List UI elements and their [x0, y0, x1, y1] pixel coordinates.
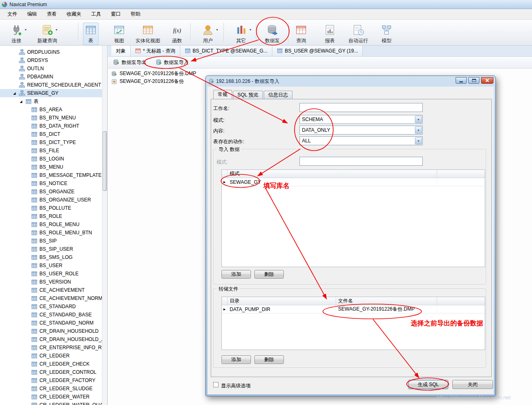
- table-node[interactable]: CR_DRAIN_HOUSEHOLD: [0, 327, 107, 335]
- table-node[interactable]: BS_ROLE_MENU_BTN: [0, 229, 107, 237]
- table-node[interactable]: CR_ENTERPRISE_INFO_RE: [0, 343, 107, 352]
- tab-untitled-query[interactable]: * 无标题 - 查询: [131, 46, 180, 56]
- toolbar-materialized-views[interactable]: 实体化视图: [134, 23, 162, 45]
- menu-item[interactable]: 窗口: [106, 9, 126, 19]
- table-node[interactable]: BS_AREA: [0, 105, 107, 114]
- table-node[interactable]: BS_SIP: [0, 237, 107, 245]
- schema-column-header[interactable]: 模式: [228, 170, 437, 178]
- scrollbar-thumb[interactable]: [103, 131, 107, 191]
- import-add-button[interactable]: 添加: [221, 270, 251, 279]
- close-dialog-button[interactable]: 关闭: [452, 380, 493, 389]
- table-node[interactable]: CR_DRAIN_HOUSEHOLD_A: [0, 335, 107, 343]
- toolbar-model[interactable]: 模型: [379, 23, 394, 45]
- schema-node[interactable]: ORDPLUGINS: [0, 48, 107, 56]
- table-node[interactable]: BS_ROLE_MENU: [0, 220, 107, 229]
- toolbar-tables[interactable]: 表: [83, 23, 99, 45]
- table-node[interactable]: CR_LEDGER_WATER_QUAL: [0, 401, 107, 405]
- menu-item[interactable]: 工具: [86, 9, 106, 19]
- filename-cell[interactable]: SEWAGE_GY-20191226备份.DMP: [336, 305, 437, 313]
- table-node[interactable]: CE_ACHIEVEMENT_NORM: [0, 294, 107, 302]
- tab-bs-dict-type[interactable]: BS_DICT_TYPE @SEWAGE_G...: [180, 46, 272, 56]
- table-node[interactable]: BS_ORGANIZE: [0, 188, 107, 196]
- schema-grid-row[interactable]: ▶ SEWAGE_GY: [222, 178, 485, 186]
- minimize-button[interactable]: [456, 77, 467, 84]
- table-node[interactable]: CR_LEDGER_FACTORY: [0, 376, 107, 384]
- menu-item[interactable]: 文件: [2, 9, 22, 19]
- show-advanced-checkbox[interactable]: [213, 382, 219, 387]
- table-node[interactable]: CR_LEDGER_SLUDGE: [0, 384, 107, 393]
- table-node[interactable]: BS_MENU: [0, 163, 107, 171]
- datapump-export-button[interactable]: 数据泵导出: [111, 58, 149, 67]
- menu-item[interactable]: 收藏夹: [62, 9, 86, 19]
- toolbar-others[interactable]: ▼ 其它: [233, 23, 249, 45]
- table-node[interactable]: BS_FILE: [0, 146, 107, 155]
- toolbar-connect[interactable]: ▼ 连接: [9, 23, 24, 45]
- schema-node[interactable]: ORDSYS: [0, 56, 107, 64]
- table-node[interactable]: CR_LEDGER: [0, 352, 107, 360]
- schema-node[interactable]: PDBADMIN: [0, 73, 107, 81]
- import-schema-grid[interactable]: 模式 ▶ SEWAGE_GY: [221, 169, 485, 267]
- dump-file-grid-row[interactable]: ▶ DATA_PUMP_DIR SEWAGE_GY-20191226备份.DMP: [222, 305, 485, 313]
- table-node[interactable]: CE_STANDARD: [0, 302, 107, 311]
- tab-objects[interactable]: 对象: [111, 46, 131, 56]
- table-node[interactable]: BS_ORGANIZE_USER: [0, 196, 107, 204]
- toolbar-functions[interactable]: 函数: [169, 23, 185, 45]
- dump-delete-button[interactable]: 删除: [254, 355, 284, 364]
- table-node[interactable]: CE_STANDARD_NORM: [0, 319, 107, 327]
- menu-item[interactable]: 查看: [42, 9, 62, 19]
- table-node[interactable]: CR_LEDGER_CHECK: [0, 360, 107, 368]
- toolbar-users[interactable]: ▼ 用户: [200, 23, 216, 45]
- menu-item[interactable]: 帮助: [126, 9, 145, 19]
- tab-general[interactable]: 常规: [213, 90, 232, 99]
- chevron-down-icon[interactable]: ▼: [55, 28, 58, 31]
- table-node[interactable]: BS_SMS_LOG: [0, 253, 107, 261]
- dump-add-button[interactable]: 添加: [221, 355, 251, 364]
- table-node[interactable]: BS_USER_ROLE: [0, 270, 107, 278]
- collapse-icon[interactable]: ◢: [13, 92, 19, 95]
- close-button[interactable]: [481, 77, 493, 84]
- mode-select[interactable]: SCHEMA ▼: [299, 115, 423, 124]
- table-node[interactable]: CR_LEDGER_CONTROL: [0, 368, 107, 376]
- table-node[interactable]: CE_STANDARD_BASE: [0, 311, 107, 319]
- table-node[interactable]: BS_VERSION: [0, 278, 107, 286]
- toolbar-report[interactable]: 报表: [322, 23, 338, 45]
- table-node[interactable]: BS_POLLUTE: [0, 204, 107, 212]
- table-node[interactable]: BS_LOGIN: [0, 155, 107, 163]
- table-node[interactable]: BS_DICT: [0, 130, 107, 138]
- filename-column-header[interactable]: 文件名: [336, 297, 437, 305]
- collapse-icon[interactable]: ◢: [20, 100, 25, 103]
- chevron-down-icon[interactable]: ▼: [249, 28, 252, 31]
- job-name-input[interactable]: [299, 103, 423, 112]
- directory-column-header[interactable]: 目录: [228, 297, 336, 305]
- directory-cell[interactable]: DATA_PUMP_DIR: [228, 305, 336, 313]
- toolbar-datapump[interactable]: 数据泵: [263, 23, 281, 45]
- table-node[interactable]: BS_USER: [0, 261, 107, 270]
- toolbar-query[interactable]: 查询: [293, 23, 309, 45]
- tab-message-log[interactable]: 信息日志: [264, 91, 292, 99]
- table-node[interactable]: BS_DATA_RIGHT: [0, 122, 107, 130]
- table-node[interactable]: BS_BTN_MENU: [0, 114, 107, 122]
- tables-folder-node[interactable]: ◢ 表: [0, 97, 107, 105]
- datapump-import-button[interactable]: 数据泵导入: [153, 58, 191, 67]
- generate-sql-button[interactable]: 生成 SQL: [408, 380, 448, 389]
- dump-file-grid[interactable]: 目录 文件名 ▶ DATA_PUMP_DIR SEWAGE_GY-2019122…: [221, 297, 485, 350]
- app-titlebar[interactable]: Navicat Premium: [0, 0, 532, 9]
- chevron-down-icon[interactable]: ▼: [216, 28, 219, 31]
- toolbar-new-query[interactable]: ▼ 新建查询: [36, 23, 59, 45]
- schema-cell[interactable]: SEWAGE_GY: [228, 178, 437, 186]
- tab-bs-user[interactable]: BS_USER @SEWAGE_GY (19...: [272, 46, 363, 56]
- table-node[interactable]: BS_SIP_USER: [0, 245, 107, 253]
- table-node[interactable]: BS_MESSAGE_TEMPLATE: [0, 171, 107, 179]
- dialog-titlebar[interactable]: 192.168.10.226 - 数据泵导入: [206, 76, 495, 87]
- sidebar-scrollbar[interactable]: [102, 46, 107, 405]
- table-node[interactable]: BS_ROLE: [0, 212, 107, 220]
- toolbar-views[interactable]: 视图: [111, 23, 127, 45]
- maximize-button[interactable]: [468, 77, 479, 84]
- tab-sql-preview[interactable]: SQL 预览: [233, 91, 263, 99]
- schema-node[interactable]: OUTLN: [0, 64, 107, 73]
- toolbar-automation[interactable]: 自动运行: [347, 23, 370, 45]
- table-node[interactable]: BS_DICT_TYPE: [0, 138, 107, 146]
- table-node[interactable]: CR_LEDGER_WATER: [0, 393, 107, 401]
- import-mode-input[interactable]: [299, 157, 423, 166]
- chevron-down-icon[interactable]: ▼: [24, 28, 27, 31]
